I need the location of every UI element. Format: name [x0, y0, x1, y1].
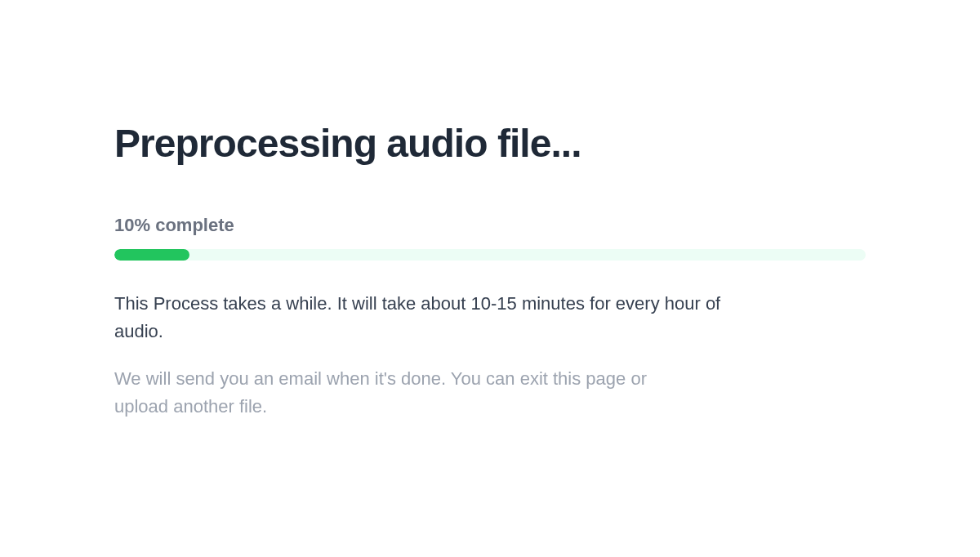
progress-label: 10% complete [114, 215, 866, 236]
progress-bar-fill [114, 249, 189, 261]
progress-panel: Preprocessing audio file... 10% complete… [114, 0, 866, 421]
page-title: Preprocessing audio file... [114, 123, 866, 166]
info-text-primary: This Process takes a while. It will take… [114, 290, 751, 345]
info-text-secondary: We will send you an email when it's done… [114, 365, 702, 421]
progress-bar-track [114, 249, 866, 261]
